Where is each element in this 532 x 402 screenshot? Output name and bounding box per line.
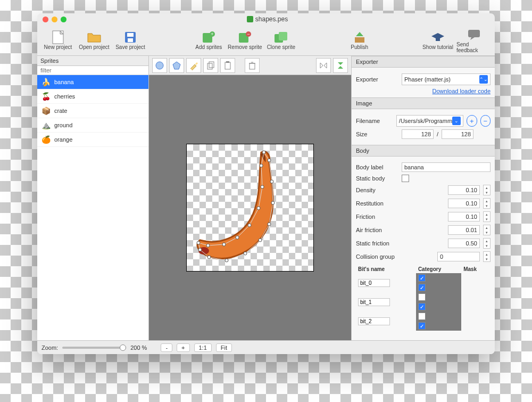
sprite-canvas[interactable] (186, 144, 314, 272)
air-friction-stepper[interactable]: ▴▾ (483, 225, 491, 235)
shape-tracer-button[interactable] (186, 58, 201, 73)
svg-text:+: + (211, 31, 214, 37)
svg-rect-12 (355, 37, 364, 43)
download-loader-link[interactable]: Download loader code (433, 88, 491, 94)
svg-point-35 (198, 248, 202, 251)
add-sprites-button[interactable]: + Add sprites (191, 27, 226, 54)
svg-point-26 (262, 151, 265, 154)
filename-label: Filename (356, 118, 393, 124)
sprite-item-orange[interactable]: 🍊orange (37, 133, 148, 147)
properties-panel: Exporter Exporter Phaser (matter.js) ⌃⌄ … (351, 56, 495, 340)
polygon-tool-button[interactable] (169, 58, 184, 73)
collision-group-stepper[interactable]: ▴▾ (483, 251, 491, 262)
bit-category-checkbox[interactable]: ✓ (418, 274, 426, 282)
mirror-v-button[interactable] (333, 58, 348, 73)
publish-button[interactable]: Publish (342, 27, 377, 54)
density-stepper[interactable]: ▴▾ (483, 185, 491, 195)
friction-field[interactable]: 0.10 (448, 212, 480, 221)
dropdown-arrow-icon: ⌄ (452, 117, 461, 125)
bits-name-header: Bit's name (356, 265, 416, 273)
sprite-item-crate[interactable]: 📦crate (37, 104, 148, 118)
bit-mask-checkbox[interactable]: ✓ (418, 322, 426, 330)
statusbar: Zoom: 200 % - + 1:1 Fit (37, 340, 495, 354)
image-width-field[interactable]: 128 (402, 129, 434, 139)
zoom-fit-button[interactable]: Fit (216, 343, 232, 352)
window-minimize-button[interactable] (52, 17, 57, 22)
mirror-h-button[interactable] (316, 58, 331, 73)
restitution-field[interactable]: 0.10 (448, 199, 480, 208)
bit-category-checkbox[interactable] (418, 313, 426, 320)
sprite-list: 🍌banana🍒cherries📦crate⛰️ground🍊orange (37, 75, 148, 340)
svg-text:−: − (247, 31, 250, 37)
restitution-stepper[interactable]: ▴▾ (483, 198, 491, 209)
paste-button[interactable] (220, 58, 235, 73)
file-icon (50, 30, 66, 44)
air-friction-field[interactable]: 0.01 (448, 225, 480, 235)
copy-button[interactable] (203, 58, 218, 73)
svg-rect-17 (207, 63, 212, 69)
window-maximize-button[interactable] (61, 17, 66, 22)
svg-rect-2 (127, 33, 134, 37)
send-feedback-button[interactable]: Send feedback (456, 27, 492, 54)
svg-rect-13 (436, 38, 440, 41)
static-friction-field[interactable]: 0.50 (448, 239, 480, 248)
remove-image-button[interactable]: − (480, 115, 491, 127)
exporter-select[interactable]: Phaser (matter.js) ⌃⌄ (402, 73, 491, 85)
body-label-field[interactable]: banana (402, 162, 491, 172)
sprite-item-ground[interactable]: ⛰️ground (37, 118, 148, 133)
filename-select[interactable]: /Users/sk/Programm ⌄ (396, 115, 463, 127)
bits-table: Bit's name Category Mask ✓✓✓✓ (356, 265, 491, 331)
zoom-reset-button[interactable]: 1:1 (194, 343, 212, 352)
sprite-item-label: orange (54, 136, 72, 143)
table-row: ✓ (356, 292, 491, 311)
image-height-field[interactable]: 128 (442, 129, 473, 139)
sprite-filter-input[interactable] (37, 66, 148, 75)
canvas-area[interactable] (149, 75, 351, 340)
add-image-button[interactable]: + (467, 115, 477, 127)
zoom-slider[interactable] (62, 347, 126, 349)
open-project-button[interactable]: Open project (77, 27, 112, 54)
sprite-item-label: ground (54, 122, 72, 128)
vertex-handles[interactable] (187, 144, 314, 272)
bit-mask-checkbox[interactable]: ✓ (418, 284, 426, 291)
svg-rect-14 (468, 30, 480, 37)
friction-stepper[interactable]: ▴▾ (483, 211, 491, 222)
svg-point-38 (222, 243, 226, 246)
bits-mask-header: Mask (461, 265, 491, 273)
bit-name-field[interactable] (358, 298, 390, 306)
dropdown-arrow-icon: ⌃⌄ (479, 75, 488, 84)
add-sprite-icon: + (201, 30, 217, 44)
remove-sprite-button[interactable]: − Remove sprite (227, 27, 262, 54)
body-label-label: Body label (356, 164, 398, 170)
folder-icon (86, 30, 102, 44)
sprite-item-banana[interactable]: 🍌banana (37, 75, 148, 89)
zoom-out-button[interactable]: - (161, 343, 172, 352)
save-project-button[interactable]: Save project (113, 27, 148, 54)
svg-point-42 (261, 185, 264, 188)
density-field[interactable]: 0.10 (448, 185, 480, 195)
circle-tool-button[interactable] (152, 58, 167, 73)
delete-button[interactable] (245, 58, 260, 73)
table-row: ✓ (356, 311, 491, 331)
ground-thumb-icon: ⛰️ (40, 120, 51, 130)
crate-thumb-icon: 📦 (40, 105, 51, 116)
clone-icon (273, 30, 289, 44)
svg-rect-11 (279, 32, 287, 40)
bit-name-field[interactable] (358, 279, 390, 287)
bit-name-field[interactable] (358, 317, 390, 325)
window-close-button[interactable] (43, 17, 48, 22)
collision-group-label: Collision group (356, 253, 404, 260)
collision-group-field[interactable]: 0 (437, 252, 480, 261)
clone-sprite-button[interactable]: Clone sprite (263, 27, 298, 54)
show-tutorial-button[interactable]: Show tutorial (420, 27, 455, 54)
bit-mask-checkbox[interactable]: ✓ (418, 303, 426, 310)
svg-point-28 (270, 180, 273, 183)
zoom-in-button[interactable]: + (177, 343, 189, 352)
restitution-label: Restitution (356, 200, 398, 207)
new-project-button[interactable]: New project (40, 27, 76, 54)
static-friction-stepper[interactable]: ▴▾ (483, 238, 491, 249)
svg-point-29 (271, 201, 275, 204)
static-body-checkbox[interactable] (402, 175, 409, 182)
bit-category-checkbox[interactable] (418, 293, 426, 301)
sprite-item-cherries[interactable]: 🍒cherries (37, 89, 148, 104)
